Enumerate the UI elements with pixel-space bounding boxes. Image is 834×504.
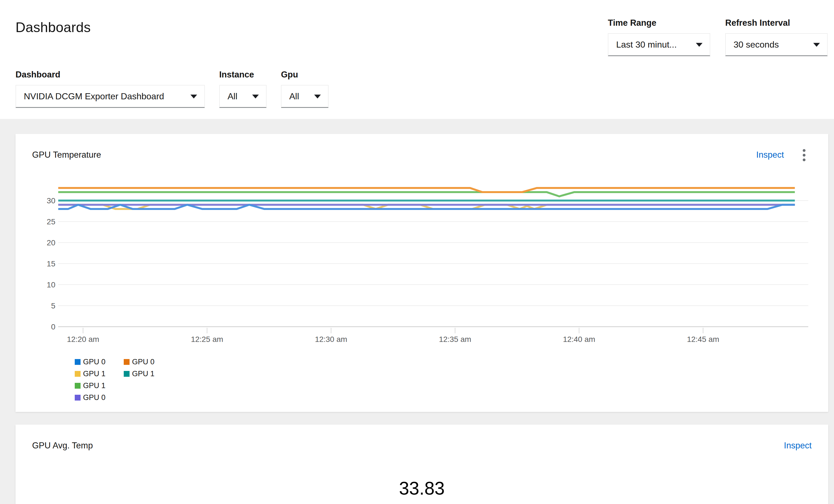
gpu-avg-temp-value: 33.83 bbox=[16, 478, 828, 499]
x-axis-tick-label: 12:20 am bbox=[67, 335, 100, 344]
gpu-select[interactable]: All bbox=[281, 85, 329, 108]
legend-label: GPU 0 bbox=[132, 358, 154, 366]
y-axis-tick-label: 20 bbox=[47, 238, 56, 247]
inspect-link-gpu-temperature[interactable]: Inspect bbox=[756, 150, 784, 160]
legend-label: GPU 0 bbox=[83, 393, 106, 402]
kebab-menu-icon[interactable] bbox=[797, 148, 812, 163]
panel-title-gpu-avg-temp: GPU Avg. Temp bbox=[32, 440, 93, 451]
y-axis-tick-label: 0 bbox=[51, 323, 56, 331]
instance-filter: Instance All bbox=[219, 69, 267, 108]
dashboard-select[interactable]: NVIDIA DCGM Exporter Dashboard bbox=[16, 85, 205, 108]
legend-label: GPU 1 bbox=[132, 370, 154, 378]
legend-item: GPU 0 bbox=[124, 358, 154, 366]
dashboard-filter-label: Dashboard bbox=[16, 69, 205, 80]
time-range-label: Time Range bbox=[608, 18, 710, 28]
time-range-value: Last 30 minut... bbox=[616, 40, 677, 50]
chevron-down-icon bbox=[191, 95, 197, 98]
time-range-control: Time Range Last 30 minut... bbox=[608, 18, 710, 56]
inspect-link-gpu-avg-temp[interactable]: Inspect bbox=[784, 440, 812, 451]
dashboard-select-value: NVIDIA DCGM Exporter Dashboard bbox=[24, 91, 164, 101]
chevron-down-icon bbox=[696, 43, 703, 47]
dashboard-content: GPU Temperature Inspect 05101520253012:2… bbox=[0, 119, 834, 504]
gpu-select-value: All bbox=[289, 91, 299, 101]
y-axis-tick-label: 5 bbox=[51, 301, 56, 310]
legend-swatch-icon bbox=[124, 359, 130, 365]
instance-select[interactable]: All bbox=[219, 85, 267, 108]
legend-item: GPU 1 bbox=[75, 370, 106, 378]
chevron-down-icon bbox=[813, 43, 820, 47]
time-range-select[interactable]: Last 30 minut... bbox=[608, 33, 710, 56]
time-controls: Time Range Last 30 minut... Refresh Inte… bbox=[608, 18, 828, 56]
legend-item: GPU 1 bbox=[75, 382, 106, 390]
refresh-interval-label: Refresh Interval bbox=[725, 18, 828, 28]
page-header: Dashboards Time Range Last 30 minut... R… bbox=[0, 0, 834, 119]
series-line bbox=[58, 192, 795, 197]
legend-swatch-icon bbox=[124, 371, 130, 377]
legend-swatch-icon bbox=[75, 371, 81, 377]
legend-item: GPU 0 bbox=[75, 394, 106, 402]
legend-swatch-icon bbox=[75, 359, 81, 365]
legend-label: GPU 1 bbox=[83, 382, 106, 390]
gpu-filter: Gpu All bbox=[281, 69, 329, 108]
chart-legend: GPU 0GPU 1GPU 1GPU 0GPU 0GPU 1 bbox=[75, 358, 828, 402]
panel-title-gpu-temperature: GPU Temperature bbox=[32, 150, 101, 160]
instance-filter-label: Instance bbox=[219, 69, 267, 80]
gpu-temperature-panel: GPU Temperature Inspect 05101520253012:2… bbox=[16, 134, 828, 412]
legend-label: GPU 0 bbox=[83, 358, 106, 366]
gpu-avg-temp-panel: GPU Avg. Temp Inspect 33.83 bbox=[16, 425, 828, 504]
legend-label: GPU 1 bbox=[83, 370, 106, 378]
legend-item: GPU 0 bbox=[75, 358, 106, 366]
chevron-down-icon bbox=[314, 95, 321, 98]
y-axis-tick-label: 10 bbox=[47, 280, 56, 289]
gpu-temperature-chart[interactable]: 05101520253012:20 am12:25 am12:30 am12:3… bbox=[32, 177, 812, 348]
line-chart-svg: 05101520253012:20 am12:25 am12:30 am12:3… bbox=[32, 177, 812, 348]
legend-swatch-icon bbox=[75, 383, 81, 389]
legend-swatch-icon bbox=[75, 395, 81, 400]
y-axis-tick-label: 25 bbox=[47, 217, 56, 226]
chevron-down-icon bbox=[252, 95, 259, 98]
refresh-interval-select[interactable]: 30 seconds bbox=[725, 33, 828, 56]
page-title: Dashboards bbox=[16, 19, 91, 36]
dashboard-filter: Dashboard NVIDIA DCGM Exporter Dashboard bbox=[16, 69, 205, 108]
gpu-filter-label: Gpu bbox=[281, 69, 329, 80]
x-axis-tick-label: 12:30 am bbox=[315, 335, 347, 344]
instance-select-value: All bbox=[227, 91, 238, 101]
x-axis-tick-label: 12:45 am bbox=[687, 335, 719, 344]
refresh-interval-control: Refresh Interval 30 seconds bbox=[725, 18, 828, 56]
legend-item: GPU 1 bbox=[124, 370, 154, 378]
y-axis-tick-label: 15 bbox=[47, 259, 56, 268]
x-axis-tick-label: 12:35 am bbox=[439, 335, 471, 344]
x-axis-tick-label: 12:40 am bbox=[563, 335, 595, 344]
x-axis-tick-label: 12:25 am bbox=[191, 335, 223, 344]
dashboard-filter-bar: Dashboard NVIDIA DCGM Exporter Dashboard… bbox=[16, 69, 828, 108]
refresh-interval-value: 30 seconds bbox=[733, 40, 779, 50]
y-axis-tick-label: 30 bbox=[47, 197, 56, 205]
